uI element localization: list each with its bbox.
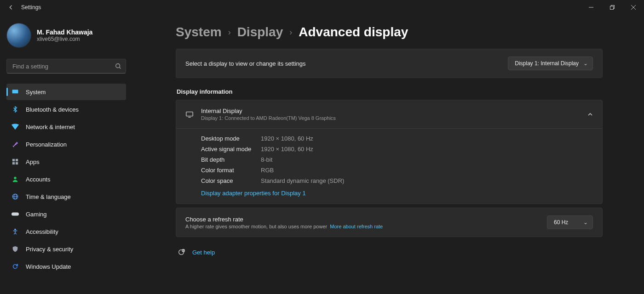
search-icon	[115, 63, 121, 69]
sidebar-item-time[interactable]: Time & language	[6, 188, 126, 205]
breadcrumb-display[interactable]: Display	[237, 25, 283, 40]
active-signal-value: 1920 × 1080, 60 Hz	[261, 146, 313, 153]
chevron-down-icon: ⌄	[583, 60, 588, 67]
sidebar-item-accounts[interactable]: Accounts	[6, 171, 126, 187]
sidebar-item-label: System	[26, 89, 46, 96]
svg-rect-11	[12, 212, 19, 215]
avatar	[6, 23, 31, 48]
app-title: Settings	[21, 4, 41, 11]
accessibility-icon	[11, 227, 19, 236]
sidebar-item-label: Accessibility	[26, 228, 58, 235]
desktop-mode-value: 1920 × 1080, 60 Hz	[261, 135, 313, 142]
svg-rect-7	[16, 162, 18, 164]
sidebar-item-label: Privacy & security	[26, 246, 73, 253]
svg-rect-4	[12, 159, 15, 161]
help-icon	[178, 248, 186, 256]
bit-depth-label: Bit depth	[201, 156, 261, 163]
globe-icon	[11, 192, 19, 201]
sidebar-item-update[interactable]: Windows Update	[6, 258, 126, 275]
search-field[interactable]	[6, 59, 126, 74]
sidebar-item-network[interactable]: Network & internet	[6, 119, 126, 135]
maximize-icon	[610, 5, 615, 10]
active-signal-label: Active signal mode	[201, 146, 261, 153]
brush-icon	[11, 140, 19, 148]
profile-email: xlive65@live.com	[37, 36, 92, 42]
wifi-icon	[11, 123, 19, 131]
svg-rect-13	[186, 112, 193, 116]
chevron-down-icon: ⌄	[583, 219, 588, 226]
display-info-header[interactable]: Internal Display Display 1: Connected to…	[176, 100, 602, 128]
profile-name: M. Fahad Khawaja	[37, 28, 92, 36]
maximize-button[interactable]	[602, 0, 623, 15]
sidebar-item-label: Personalization	[26, 141, 67, 148]
chevron-right-icon: ›	[289, 28, 292, 37]
color-space-label: Color space	[201, 177, 261, 184]
svg-rect-5	[16, 159, 18, 161]
svg-point-12	[15, 229, 16, 230]
svg-point-16	[183, 251, 184, 252]
chevron-right-icon: ›	[228, 28, 231, 37]
sidebar-item-gaming[interactable]: Gaming	[6, 206, 126, 222]
minimize-button[interactable]	[581, 0, 602, 15]
desktop-mode-label: Desktop mode	[201, 135, 261, 142]
refresh-rate-value: 60 Hz	[554, 219, 568, 226]
back-button[interactable]	[6, 2, 17, 13]
display-select-value: Display 1: Internal Display	[515, 60, 579, 67]
refresh-rate-dropdown[interactable]: 60 Hz ⌄	[547, 215, 593, 229]
adapter-properties-link[interactable]: Display adapter properties for Display 1	[201, 190, 306, 197]
close-icon	[631, 5, 636, 10]
breadcrumb-system[interactable]: System	[176, 25, 222, 40]
chevron-up-icon	[587, 112, 593, 117]
refresh-rate-more-link[interactable]: More about refresh rate	[330, 224, 383, 229]
display-info-subtitle: Display 1: Connected to AMD Radeon(TM) V…	[201, 115, 336, 121]
search-input[interactable]	[6, 59, 126, 74]
section-display-information: Display information	[177, 88, 603, 95]
display-select-dropdown[interactable]: Display 1: Internal Display ⌄	[508, 57, 593, 70]
sidebar-item-label: Time & language	[26, 193, 71, 200]
color-space-value: Standard dynamic range (SDR)	[261, 177, 344, 184]
update-icon	[11, 262, 19, 271]
apps-icon	[11, 158, 19, 166]
svg-rect-3	[12, 90, 18, 93]
sidebar-item-privacy[interactable]: Privacy & security	[6, 241, 126, 257]
profile-block[interactable]: M. Fahad Khawaja xlive65@live.com	[6, 23, 126, 48]
bit-depth-value: 8-bit	[261, 156, 272, 163]
shield-icon	[11, 245, 19, 253]
sidebar-item-label: Gaming	[26, 211, 47, 218]
minimize-icon	[589, 5, 593, 10]
breadcrumb: System › Display › Advanced display	[176, 25, 603, 40]
svg-point-2	[116, 64, 120, 68]
color-format-label: Color format	[201, 167, 261, 174]
sidebar-item-label: Accounts	[26, 176, 50, 183]
monitor-icon	[11, 88, 19, 96]
gamepad-icon	[11, 210, 19, 218]
bluetooth-icon	[11, 105, 19, 113]
get-help-link[interactable]: Get help	[192, 249, 215, 256]
sidebar-item-label: Network & internet	[26, 124, 75, 130]
sidebar-item-label: Windows Update	[26, 263, 71, 270]
person-icon	[11, 175, 19, 183]
sidebar-item-system[interactable]: System	[6, 84, 126, 100]
sidebar-item-bluetooth[interactable]: Bluetooth & devices	[6, 101, 126, 118]
sidebar-item-personalization[interactable]: Personalization	[6, 136, 126, 153]
page-title: Advanced display	[299, 25, 408, 40]
arrow-left-icon	[8, 4, 14, 11]
close-button[interactable]	[623, 0, 644, 15]
svg-point-8	[14, 177, 16, 179]
sidebar-item-apps[interactable]: Apps	[6, 153, 126, 170]
refresh-rate-subtitle: A higher rate gives smoother motion, but…	[185, 224, 327, 229]
sidebar-item-label: Apps	[26, 158, 40, 165]
display-select-label: Select a display to view or change its s…	[185, 60, 306, 67]
color-format-value: RGB	[261, 167, 274, 174]
sidebar-item-label: Bluetooth & devices	[26, 106, 79, 113]
svg-rect-1	[610, 6, 614, 10]
refresh-rate-title: Choose a refresh rate	[185, 216, 383, 223]
svg-rect-6	[12, 162, 15, 164]
monitor-icon	[185, 110, 201, 119]
display-info-title: Internal Display	[201, 107, 336, 114]
sidebar-item-accessibility[interactable]: Accessibility	[6, 223, 126, 240]
